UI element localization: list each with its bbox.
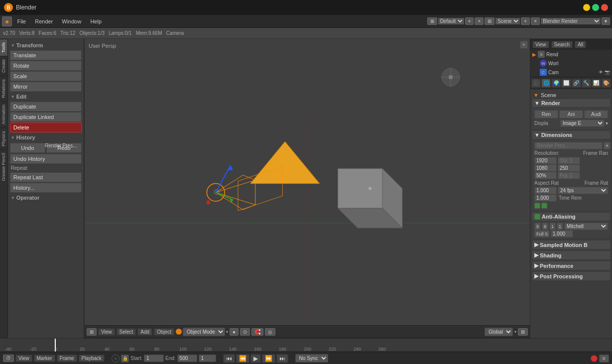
- tab-grease-pencil[interactable]: Grease Pencil: [0, 149, 7, 184]
- render-props-icon[interactable]: 🎥: [531, 79, 541, 88]
- border-checkbox[interactable]: [534, 203, 540, 209]
- workspace-select[interactable]: Default: [438, 18, 464, 24]
- scene-icon[interactable]: ⊞: [485, 17, 494, 25]
- aa-filter-select[interactable]: Mitchell: [564, 223, 608, 230]
- undo-button[interactable]: Undo: [10, 143, 45, 153]
- tab-physics[interactable]: Physics: [0, 127, 7, 149]
- scene-props-icon[interactable]: 🌐: [541, 79, 551, 88]
- aa-1-button[interactable]: 1: [549, 223, 556, 230]
- transform-space-select[interactable]: Global: [485, 328, 513, 336]
- menu-file[interactable]: File: [13, 17, 30, 25]
- aspect-x-input[interactable]: [534, 187, 557, 194]
- scene-close-icon[interactable]: ×: [531, 17, 540, 25]
- outliner-item-world[interactable]: W Worl: [530, 59, 612, 68]
- preset-add-button[interactable]: +: [604, 142, 611, 149]
- close-button[interactable]: [601, 4, 608, 11]
- transform-header[interactable]: ▼ Transform: [10, 41, 82, 50]
- edit-header[interactable]: ▼ Edit: [10, 92, 82, 101]
- blender-menu-icon[interactable]: ●: [2, 16, 12, 26]
- aa-header[interactable]: Anti-Aliasing: [532, 213, 610, 221]
- play-button[interactable]: ▶: [250, 354, 261, 363]
- aa-1b-button[interactable]: 1: [557, 223, 563, 230]
- delete-button[interactable]: Delete: [10, 122, 82, 132]
- minimize-button[interactable]: [583, 4, 590, 11]
- scene-add-icon[interactable]: +: [521, 17, 530, 25]
- jump-start-button[interactable]: ⏮: [223, 354, 235, 363]
- aa-8-button[interactable]: 8: [542, 223, 548, 230]
- display-dropdown-icon[interactable]: ▾: [606, 121, 608, 126]
- operator-header[interactable]: ▼ Operator: [10, 193, 82, 202]
- data-props-icon[interactable]: 📊: [592, 79, 601, 88]
- scale-button[interactable]: Scale: [10, 71, 82, 81]
- modifier-props-icon[interactable]: 🔧: [582, 79, 591, 88]
- aa-size-input[interactable]: [551, 230, 573, 238]
- display-select[interactable]: Image E: [560, 120, 605, 127]
- tab-tools[interactable]: Tools: [0, 39, 7, 56]
- layer-icon[interactable]: ⊞: [518, 328, 528, 336]
- marker-button[interactable]: Marker: [34, 355, 55, 362]
- outliner-item-camera[interactable]: C Cam 👁 📷: [530, 68, 612, 77]
- object-button[interactable]: Object: [154, 328, 174, 336]
- width-input[interactable]: [534, 157, 557, 164]
- all-button[interactable]: All: [575, 41, 586, 48]
- jump-end-button[interactable]: ⏭: [276, 354, 288, 363]
- height-input[interactable]: [534, 164, 557, 172]
- viewport-container[interactable]: User Persp: [85, 39, 530, 338]
- render-visibility-icon[interactable]: 📷: [605, 70, 610, 75]
- workspace-close-icon[interactable]: ×: [475, 17, 484, 25]
- render-image-button[interactable]: Ren: [534, 110, 558, 119]
- workspace-layout-icon[interactable]: ⊞: [427, 17, 437, 25]
- performance-header[interactable]: ▶ Performance: [532, 261, 610, 270]
- sampled-motion-header[interactable]: ▶ Sampled Motion B: [532, 241, 610, 249]
- shading-header[interactable]: ▶ Shading: [532, 251, 610, 259]
- post-processing-header[interactable]: ▶ Post Processing: [532, 272, 610, 280]
- start-frame-input[interactable]: [144, 355, 164, 362]
- select-button[interactable]: Select: [117, 328, 136, 336]
- end-frame-input[interactable]: [177, 355, 197, 362]
- frame-button[interactable]: Frame: [57, 355, 77, 362]
- aa-checkbox[interactable]: [534, 214, 540, 220]
- material-props-icon[interactable]: 🎨: [602, 79, 611, 88]
- scale-input[interactable]: [534, 172, 557, 179]
- current-frame-input[interactable]: [199, 355, 216, 362]
- undo-history-button[interactable]: Undo History: [10, 154, 82, 164]
- viewport-plus-icon[interactable]: +: [520, 41, 528, 49]
- visibility-icon[interactable]: 👁: [599, 70, 603, 75]
- end-input[interactable]: [558, 164, 580, 172]
- world-props-icon[interactable]: 🌍: [551, 79, 561, 88]
- next-frame-button[interactable]: ⏩: [262, 354, 275, 363]
- render-preset-input[interactable]: [534, 142, 603, 149]
- mode-select[interactable]: Object Mode: [183, 328, 225, 336]
- render-animation-button[interactable]: Ani: [559, 110, 583, 119]
- engine-select[interactable]: Blender Render: [541, 18, 601, 24]
- keying-button[interactable]: K: [599, 355, 609, 363]
- viewport-shading-icon[interactable]: ●: [230, 328, 239, 336]
- menu-window[interactable]: Window: [58, 17, 85, 25]
- view-3d-button[interactable]: View: [98, 328, 115, 336]
- history-btn[interactable]: History...: [10, 183, 82, 193]
- aa-5-button[interactable]: 5: [534, 223, 541, 230]
- search-button[interactable]: Search: [551, 41, 573, 48]
- workspace-add-icon[interactable]: +: [465, 17, 474, 25]
- engine-dropdown-icon[interactable]: ▾: [602, 17, 610, 25]
- add-button[interactable]: Add: [137, 328, 152, 336]
- outliner-item-rend[interactable]: ▶ S Rend: [530, 50, 612, 59]
- record-button[interactable]: [591, 355, 598, 362]
- render-header[interactable]: ▼ Render: [532, 99, 610, 107]
- start-input[interactable]: [558, 157, 580, 164]
- menu-help[interactable]: Help: [86, 17, 106, 25]
- timeline-ruler[interactable]: -40 -20 0 20 40 60 80 100 120 140 160 18…: [0, 339, 612, 352]
- rotate-button[interactable]: Rotate: [10, 61, 82, 71]
- tab-animation[interactable]: Animation: [0, 101, 7, 127]
- menu-render[interactable]: Render: [31, 17, 57, 25]
- mirror-button[interactable]: Mirror: [10, 82, 82, 92]
- sync-lock-icon[interactable]: ○: [112, 355, 120, 363]
- view-timeline-button[interactable]: View: [15, 355, 32, 362]
- duplicate-linked-button[interactable]: Duplicate Linked: [10, 112, 82, 122]
- viewport-menu-icon[interactable]: ⊞: [87, 328, 97, 336]
- duplicate-button[interactable]: Duplicate: [10, 102, 82, 112]
- dimensions-header[interactable]: ▼ Dimensions: [532, 131, 610, 139]
- playhead[interactable]: [55, 339, 56, 352]
- full-s-button[interactable]: Full S: [534, 230, 550, 238]
- scene-select[interactable]: Scene: [495, 18, 520, 24]
